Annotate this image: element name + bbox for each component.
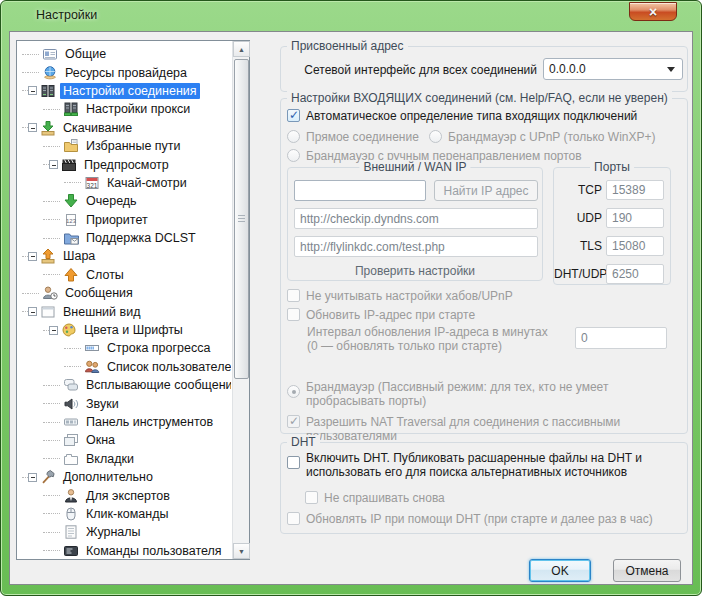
tree-item-17[interactable]: Список пользователей bbox=[18, 358, 231, 376]
checkbox-icon[interactable] bbox=[287, 512, 300, 525]
tree-item-label: Настройки прокси bbox=[83, 101, 193, 117]
upnp-firewall-radio[interactable]: Брандмауэр с UPnP (только WinXP+) bbox=[429, 130, 656, 144]
network-interface-label: Сетевой интерфейс для всех соединений bbox=[289, 63, 537, 77]
card-icon bbox=[42, 46, 58, 62]
scroll-up-icon[interactable]: ▲ bbox=[233, 41, 250, 57]
log-icon bbox=[63, 524, 79, 540]
testurl-input[interactable]: http://flylinkdc.com/test.php bbox=[294, 236, 538, 257]
tree-item-label: Настройки соединения bbox=[60, 83, 200, 99]
dht-port-input[interactable]: 6250 bbox=[606, 264, 664, 284]
tree-item-label: Окна bbox=[83, 432, 118, 448]
tree-item-13[interactable]: Сообщения bbox=[18, 284, 231, 302]
tree-item-18[interactable]: Всплывающие сообщения bbox=[18, 376, 231, 394]
tree-item-27[interactable]: Команды пользователя bbox=[18, 542, 231, 558]
tree-item-1[interactable]: Ресурсы провайдера bbox=[18, 63, 231, 81]
network-interface-select[interactable]: 0.0.0.0 bbox=[543, 58, 683, 80]
tree-item-22[interactable]: Вкладки bbox=[18, 450, 231, 468]
tcp-port-input[interactable]: 15389 bbox=[606, 180, 664, 200]
collapse-minus-icon[interactable] bbox=[28, 307, 37, 316]
wan-ip-group: Внешний / WAN IP Найти IP адрес http://c… bbox=[287, 167, 543, 281]
scrollbar-thumb[interactable] bbox=[234, 59, 249, 379]
ports-title: Порты bbox=[590, 160, 634, 174]
tree-item-26[interactable]: Журналы bbox=[18, 523, 231, 541]
tree-item-label: Панель инструментов bbox=[83, 414, 216, 430]
tree-item-label: Цвета и Шрифты bbox=[81, 322, 186, 338]
nat-traversal-checkbox[interactable]: Разрешить NAT Traversal для соединения с… bbox=[287, 415, 687, 443]
scroll-down-icon[interactable]: ▼ bbox=[233, 543, 250, 559]
tree-item-6[interactable]: Предпросмотр bbox=[18, 155, 231, 173]
tree-item-9[interactable]: 123Приоритет bbox=[18, 211, 231, 229]
interval-input[interactable]: 0 bbox=[575, 327, 667, 349]
dht-update-ip-checkbox[interactable]: Обновлять IP при помощи DHT (при старте … bbox=[287, 512, 653, 526]
settings-tree: ОбщиеРесурсы провайдераНастройки соедине… bbox=[16, 40, 250, 560]
tree-item-label: Поддержка DCLST bbox=[83, 230, 199, 246]
tree-item-label: Звуки bbox=[83, 396, 122, 412]
tree-item-7[interactable]: 321Качай-смотри bbox=[18, 174, 231, 192]
collapse-minus-icon[interactable] bbox=[28, 252, 37, 261]
collapse-minus-icon[interactable] bbox=[28, 123, 37, 132]
tree-item-8[interactable]: Очередь bbox=[18, 192, 231, 210]
collapse-minus-icon[interactable] bbox=[49, 160, 58, 169]
collapse-minus-icon[interactable] bbox=[28, 86, 37, 95]
direct-connection-radio[interactable]: Прямое соединение bbox=[287, 130, 419, 144]
tree-item-10[interactable]: Поддержка DCLST bbox=[18, 229, 231, 247]
find-ip-button[interactable]: Найти IP адрес bbox=[434, 180, 538, 201]
checkbox-icon[interactable] bbox=[287, 456, 300, 469]
tree-item-0[interactable]: Общие bbox=[18, 45, 231, 63]
tree-scrollbar[interactable]: ▲ ▼ bbox=[232, 41, 249, 559]
speaker-icon bbox=[63, 396, 79, 412]
tree-item-label: Очередь bbox=[83, 193, 140, 209]
tree-item-label: Скачивание bbox=[60, 120, 135, 136]
passive-mode-radio[interactable]: Брандмауэр (Пассивный режим: для тех, кт… bbox=[287, 380, 679, 408]
titlebar[interactable]: Настройки × bbox=[1, 1, 701, 31]
udp-port-input[interactable]: 190 bbox=[606, 208, 664, 228]
tree-item-16[interactable]: Строка прогресса bbox=[18, 339, 231, 357]
clapper-icon bbox=[61, 157, 77, 173]
udp-port-label: UDP bbox=[554, 211, 602, 225]
radio-icon[interactable] bbox=[429, 130, 442, 143]
tree-item-12[interactable]: Слоты bbox=[18, 266, 231, 284]
radio-icon[interactable] bbox=[287, 149, 300, 162]
dht-title: DHT bbox=[287, 435, 320, 449]
tree-item-14[interactable]: Внешний вид bbox=[18, 302, 231, 320]
ok-button[interactable]: OK bbox=[529, 559, 591, 582]
tree-item-11[interactable]: Шара bbox=[18, 247, 231, 265]
checkip-url-input[interactable]: http://checkip.dyndns.com bbox=[294, 208, 538, 229]
checkbox-icon[interactable] bbox=[305, 491, 318, 504]
check-settings-button[interactable]: Проверить настройки bbox=[288, 264, 542, 278]
tree-item-3[interactable]: Настройки прокси bbox=[18, 100, 231, 118]
nat-traversal-label: Разрешить NAT Traversal для соединения с… bbox=[306, 415, 687, 443]
tls-port-input[interactable]: 15080 bbox=[606, 236, 664, 256]
enable-dht-checkbox[interactable]: Включить DHT. Публиковать расшаренные фа… bbox=[287, 451, 677, 479]
checkbox-icon[interactable] bbox=[287, 308, 300, 321]
tree-item-2[interactable]: Настройки соединения bbox=[18, 82, 231, 100]
checkbox-icon[interactable] bbox=[287, 109, 300, 122]
tree-item-label: Строка прогресса bbox=[104, 340, 213, 356]
radio-icon[interactable] bbox=[287, 385, 300, 398]
wan-ip-input[interactable] bbox=[294, 180, 426, 201]
tree-item-20[interactable]: Панель инструментов bbox=[18, 413, 231, 431]
collapse-minus-icon[interactable] bbox=[28, 473, 37, 482]
tree-item-24[interactable]: Для экспертов bbox=[18, 486, 231, 504]
close-button[interactable]: × bbox=[629, 2, 677, 21]
collapse-minus-icon[interactable] bbox=[49, 326, 58, 335]
tree-item-19[interactable]: Звуки bbox=[18, 394, 231, 412]
tree-item-4[interactable]: Скачивание bbox=[18, 119, 231, 137]
tree-item-21[interactable]: Окна bbox=[18, 431, 231, 449]
auto-detect-checkbox[interactable]: Автоматическое определение типа входящих… bbox=[287, 109, 637, 123]
tree-item-23[interactable]: Дополнительно bbox=[18, 468, 231, 486]
radio-icon[interactable] bbox=[287, 130, 300, 143]
dont-ask-checkbox[interactable]: Не спрашивать снова bbox=[305, 491, 445, 505]
tree-item-label: Предпросмотр bbox=[81, 157, 172, 173]
progress-bar-icon bbox=[84, 340, 100, 356]
tree-connector bbox=[49, 146, 60, 147]
tree-item-5[interactable]: Избранные пути bbox=[18, 137, 231, 155]
update-ip-start-checkbox[interactable]: Обновить IP-адрес при старте bbox=[287, 308, 475, 322]
tree-item-15[interactable]: Цвета и Шрифты bbox=[18, 321, 231, 339]
checkbox-icon[interactable] bbox=[287, 289, 300, 302]
checkbox-icon[interactable] bbox=[287, 415, 300, 428]
ignore-hubs-checkbox[interactable]: Не учитывать настройки хабов/UPnP bbox=[287, 289, 513, 303]
tree-item-25[interactable]: Клик-команды bbox=[18, 505, 231, 523]
cancel-button[interactable]: Отмена bbox=[613, 559, 681, 582]
dht-group: DHT Включить DHT. Публиковать расшаренны… bbox=[280, 442, 688, 534]
